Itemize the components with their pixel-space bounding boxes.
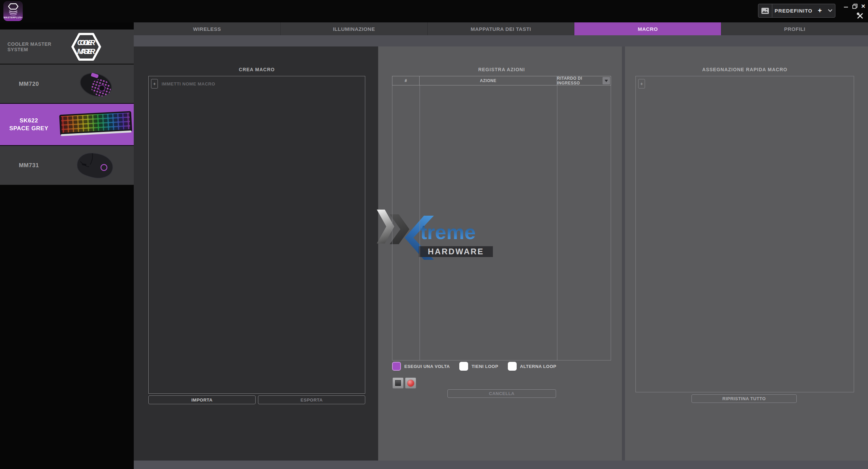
tab-mappatura-dei-tasti[interactable]: MAPPATURA DEI TASTI [428,22,575,35]
triangle-down-icon [605,80,608,82]
panel-divider [622,46,625,461]
checkbox-tieni-loop[interactable] [459,362,468,371]
device-name: SK622 SPACE GREY [0,117,58,132]
add-quick-assign-button[interactable]: + [638,79,645,89]
tools-icon [856,12,864,19]
stop-button[interactable] [392,377,404,389]
bottom-strip [134,461,868,469]
sidebar-header: COOLER MASTER SYSTEM COOLER MASTER [0,30,134,64]
device-name: MM731 [0,161,58,169]
option-label: ESEGUI UNA VOLTA [404,364,450,369]
masterplus-logo-icon [6,2,20,16]
add-macro-button[interactable]: + [151,79,158,89]
delay-dropdown-button[interactable] [603,77,610,84]
minimize-icon [844,7,848,7]
system-name-label: COOLER MASTER SYSTEM [7,41,65,52]
active-profile-name: PREDEFINITO [772,4,815,17]
tools-button[interactable] [856,12,864,20]
mm731-device-image [58,150,134,181]
quick-assign-box: + [635,76,854,392]
svg-text:MASTER: MASTER [77,47,95,56]
sk622-device-image [58,110,134,139]
record-icon [407,380,414,387]
option-label: TIENI LOOP [472,364,498,369]
stop-icon [395,380,401,386]
checkbox-alterna-loop[interactable] [508,362,517,371]
quick-assign-title: ASSEGNAZIONE RAPIDA MACRO [635,67,854,73]
svg-text:COOLER: COOLER [77,38,95,47]
mm720-device-image [58,65,134,102]
tab-macro[interactable]: MACRO [574,22,721,35]
masterplus-window: MASTERPLUS+ PREDEFINITO + ✕ [0,0,868,469]
table-column-line [420,85,420,360]
chevron-down-icon [828,7,832,12]
record-actions-title: REGISTRA AZIONI [392,67,611,73]
masterplus-app-icon: MASTERPLUS+ [3,1,23,21]
picture-icon [761,7,769,14]
device-item-mm731[interactable]: MM731 [0,146,134,185]
sub-header-band [134,35,868,46]
cancel-button[interactable]: CANCELLA [447,389,556,398]
checkbox-esegui-una-volta[interactable] [392,362,401,371]
tab-profili[interactable]: PROFILI [721,22,868,35]
column-action: AZIONE [420,76,557,85]
reset-all-button[interactable]: RIPRISTINA TUTTO [691,394,797,403]
device-item-mm720[interactable]: MM720 [0,64,134,103]
close-button[interactable]: ✕ [860,3,867,9]
option-label: ALTERNA LOOP [520,364,556,369]
minimize-button[interactable] [843,3,849,9]
column-delay-label: RITARDO DI INGRESSO [557,76,602,85]
loop-options-row: ESEGUI UNA VOLTA TIENI LOOP ALTERNA LOOP [392,361,566,371]
tab-illuminazione[interactable]: ILLUMINAZIONE [281,22,428,35]
actions-table-body [392,85,611,360]
actions-table-header: # AZIONE RITARDO DI INGRESSO [392,76,611,85]
device-item-sk622[interactable]: SK622 SPACE GREY [0,104,134,145]
device-sidebar: COOLER MASTER SYSTEM COOLER MASTER MM720 [0,22,134,469]
app-name-label: MASTERPLUS+ [4,16,23,19]
restore-button[interactable] [851,3,858,9]
restore-icon [852,4,857,9]
table-column-line [557,85,557,360]
macro-page: treme HARDWARE CREA MACRO + IMPORTA ESPO… [134,46,868,461]
macro-name-input[interactable] [162,79,352,89]
create-macro-title: CREA MACRO [148,67,365,73]
record-button[interactable] [405,377,416,389]
device-name: MM720 [0,80,58,88]
import-button[interactable]: IMPORTA [148,395,256,404]
cooler-master-logo: COOLER MASTER [71,31,102,62]
column-delay: RITARDO DI INGRESSO [557,76,611,85]
tab-wireless[interactable]: WIRELESS [134,22,281,35]
add-profile-button[interactable]: + [815,4,825,17]
title-bar: MASTERPLUS+ PREDEFINITO + ✕ [0,0,868,22]
profile-chevron-button[interactable] [825,4,835,17]
profile-image-button[interactable] [758,4,772,17]
macro-list-box: + [148,76,365,394]
profile-selector[interactable]: PREDEFINITO + [758,4,835,18]
export-button[interactable]: ESPORTA [258,395,365,404]
main-tabbar: WIRELESS ILLUMINAZIONE MAPPATURA DEI TAS… [134,22,868,35]
column-index: # [392,76,420,85]
